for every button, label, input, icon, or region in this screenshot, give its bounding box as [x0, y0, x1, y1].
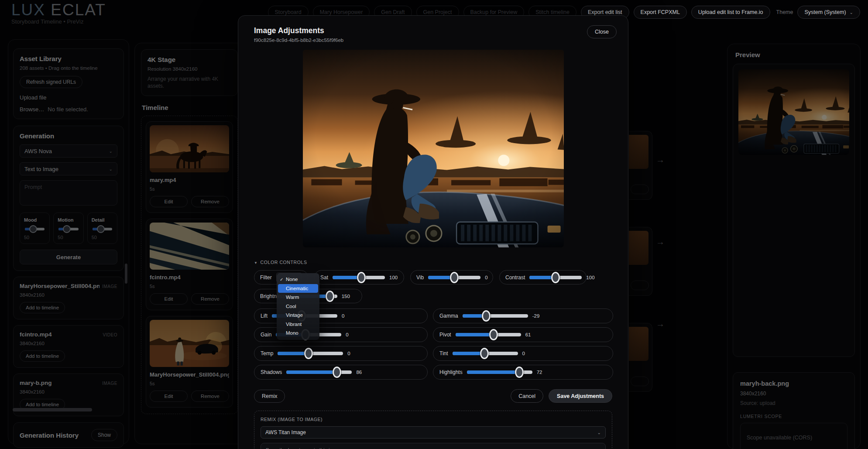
tint-slider[interactable]	[453, 352, 518, 355]
vibrance-slider[interactable]	[428, 276, 480, 279]
gamma-slider[interactable]	[463, 314, 528, 318]
slider-thumb[interactable]	[489, 329, 498, 340]
collapse-triangle-icon: ▼	[254, 261, 258, 265]
slider-thumb[interactable]	[333, 367, 341, 378]
temp-slider[interactable]	[278, 352, 343, 355]
slider-thumb[interactable]	[450, 272, 459, 283]
adjustment-image	[303, 50, 564, 247]
shadows-control: Shadows 86	[254, 365, 428, 380]
color-controls-section[interactable]: ▼COLOR CONTROLS	[254, 260, 612, 265]
modal-actions: Remix Cancel Save Adjustments	[254, 389, 612, 403]
pivot-slider[interactable]	[456, 333, 521, 336]
filter-dropdown: ✓None Cinematic Warm Cool Vintage Vibran…	[277, 273, 319, 340]
check-icon: ✓	[280, 277, 283, 282]
theme-label: Theme	[776, 9, 793, 15]
temp-control: Temp 0	[254, 346, 428, 361]
filter-option-vintage[interactable]: Vintage	[277, 311, 319, 320]
remix-section: REMIX (IMAGE TO IMAGE) AWS Titan Image⌄	[254, 411, 612, 449]
saturation-control: Sat 100	[314, 270, 404, 284]
gamma-control: Gamma -29	[433, 308, 613, 323]
highlights-slider[interactable]	[467, 370, 532, 374]
save-adjustments-button[interactable]: Save Adjustments	[549, 389, 612, 403]
filter-option-cinematic[interactable]: Cinematic	[278, 284, 318, 293]
slider-thumb[interactable]	[515, 367, 524, 378]
slider-thumb[interactable]	[551, 272, 560, 283]
filter-label: Filter	[260, 274, 272, 281]
filter-option-cool[interactable]: Cool	[277, 302, 319, 311]
modal-title: Image Adjustments	[254, 26, 612, 35]
remix-model-select[interactable]: AWS Titan Image⌄	[261, 426, 606, 439]
remix-prompt-input[interactable]	[261, 443, 606, 449]
chevron-down-icon: ⌄	[850, 10, 853, 15]
slider-thumb[interactable]	[326, 291, 334, 302]
filter-option-vibrant[interactable]: Vibrant	[277, 320, 319, 329]
highlights-control: Highlights 72	[433, 365, 613, 380]
close-button[interactable]: Close	[587, 25, 617, 38]
shadows-slider[interactable]	[286, 370, 352, 374]
vibrance-control: Vib 0	[410, 270, 493, 284]
slider-thumb[interactable]	[482, 310, 491, 322]
image-adjustments-modal: Image Adjustments f90c825e-8c9d-4bf5-b8b…	[238, 15, 628, 449]
cancel-button[interactable]: Cancel	[511, 389, 543, 403]
filter-option-warm[interactable]: Warm	[277, 293, 319, 302]
saturation-slider[interactable]	[333, 276, 385, 279]
filter-option-none[interactable]: ✓None	[277, 275, 319, 284]
pivot-control: Pivot 61	[433, 327, 613, 342]
modal-asset-id: f90c825e-8c9d-4bf5-b8b2-e3bc55f9f6eb	[254, 38, 612, 43]
slider-thumb[interactable]	[480, 348, 489, 359]
export-fcpxml-button[interactable]: Export FCPXML	[634, 6, 687, 19]
slider-thumb[interactable]	[304, 348, 313, 359]
filter-option-mono[interactable]: Mono	[277, 329, 319, 338]
contrast-control: Contrast 100	[499, 270, 587, 284]
upload-frameio-button[interactable]: Upload edit list to Frame.io	[691, 6, 770, 19]
slider-thumb[interactable]	[357, 272, 366, 283]
remix-section-label: REMIX (IMAGE TO IMAGE)	[261, 417, 606, 422]
remix-button[interactable]: Remix	[254, 390, 285, 403]
chevron-down-icon: ⌄	[597, 430, 601, 435]
contrast-slider[interactable]	[529, 276, 582, 279]
theme-select[interactable]: System (System)⌄	[797, 6, 860, 19]
tint-control: Tint 0	[433, 346, 613, 361]
